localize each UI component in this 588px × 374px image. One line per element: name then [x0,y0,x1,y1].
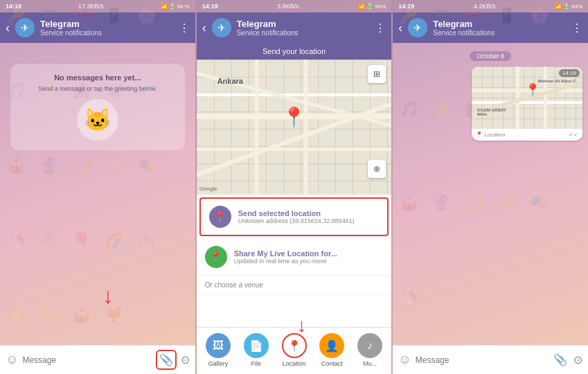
emoji-button-3[interactable]: ☺ [398,353,411,367]
map-compass-button[interactable]: ⊕ [368,160,386,178]
loc-title-1: Send selected location [238,209,355,217]
phone-panel-2: 14:19 3.8KB/s 📶 🔋 94% ‹ ✈ Telegram Servi… [195,0,392,374]
status-time-2: 14:19 [202,3,218,10]
phone-panel-1: 🔑🎮🎀📱 🌸🎵⭐🌺 🦋💎🎪🔮 🌙✨🎭🦄 🍭🎈🌈🎠 🌟💫🎪🦊 14:18 17.3… [0,0,195,374]
loc-sub-2: Updated in real time as you move [234,258,337,265]
app-name-1: Telegram [40,19,173,29]
red-arrow-1: ↓ [103,285,114,307]
contact-icon: 👤 [319,333,344,358]
input-bar-3: ☺ 📎 ⊙ [393,345,588,374]
location-options-list: 📍 Send selected location Unknown address… [197,195,392,327]
share-live-location-option[interactable]: 📍 Share My Live Location for... Updated … [197,239,392,276]
gallery-label: Gallery [208,360,229,367]
greeting-sticker: 🐱 [77,99,118,141]
app-name-2: Telegram [237,19,370,29]
phone-panel-3: 🔑🎮🎀📱 🌸🎵⭐🌺 🦋💎🎪🔮 🌙✨🎭🦄 14:19 4.2KB/s 📶 🔋 94… [391,0,588,374]
telegram-avatar-3: ✈ [408,18,427,37]
music-label: Mu... [363,360,377,367]
contact-label: Contact [321,360,343,367]
battery-icon-3: 🔋 [563,3,570,10]
menu-icon-1[interactable]: ⋮ [179,21,190,35]
map-message-time: ✓✓ [569,132,578,138]
top-bar-title-3: Telegram Service notifications [433,19,566,37]
camera-button-1[interactable]: ⊙ [181,353,190,366]
red-arrow-2: ↓ [297,314,307,337]
input-bar-1: ☺ 📎 ⊙ [0,345,195,374]
venue-header: Or choose a venue [197,276,392,295]
msg-time-badge: 14:19 [559,69,580,77]
map-message-pin: 📍 [525,82,540,98]
location-info-1: Send selected location Unknown address (… [238,209,355,224]
map-layers-button[interactable]: ⊞ [368,65,386,83]
status-bar-3: 14:19 4.2KB/s 📶 🔋 94% [393,0,588,12]
location-icon: 📍 [282,333,307,358]
chat-message-area: October 6 Mehmet Ali Altun C. KAZIM ORBA… [393,43,588,345]
location-label: Location [282,360,305,367]
loc-title-2: Share My Live Location for... [234,249,337,258]
location-pin-icon-2: 📍 [205,246,227,268]
menu-icon-2[interactable]: ⋮ [375,21,386,35]
date-badge: October 6 [398,48,582,61]
music-icon: ♪ [357,333,382,358]
file-icon: 📄 [244,333,269,358]
map-message-map: Mehmet Ali Altun C. KAZIM ORBAYMAH. 📍 14… [472,66,582,129]
battery-icon-2: 🔋 [366,3,373,10]
status-speed-1: 17.3KB/s [78,3,104,10]
map-message-bubble[interactable]: Mehmet Ali Altun C. KAZIM ORBAYMAH. 📍 14… [472,66,582,141]
date-badge-text: October 6 [470,51,511,61]
status-time-3: 14:19 [398,3,414,10]
send-location-header: Send your location [197,43,392,60]
battery-icon-1: 🔋 [169,3,176,10]
status-icons-2: 📶 🔋 94% [358,3,386,10]
sub-name-3: Service notifications [433,29,566,37]
emoji-button-1[interactable]: ☺ [6,353,18,367]
map-message-type: 📍 Location [476,132,505,138]
status-bar-2: 14:19 3.8KB/s 📶 🔋 94% [197,0,392,12]
location-pin-icon-1: 📍 [209,206,231,228]
top-bar-2: ‹ ✈ Telegram Service notifications ⋮ [197,12,392,43]
sub-name-2: Service notifications [237,29,370,37]
telegram-avatar-2: ✈ [212,18,231,37]
top-bar-title-1: Telegram Service notifications [40,19,173,37]
gallery-icon: 🖼 [206,333,231,358]
menu-icon-3[interactable]: ⋮ [571,21,582,35]
message-input-1[interactable] [22,355,151,365]
attach-button-3[interactable]: 📎 [551,351,569,368]
send-location-label: Send your location [262,47,326,55]
send-selected-location-option[interactable]: 📍 Send selected location Unknown address… [199,197,389,236]
camera-button-3[interactable]: ⊙ [573,353,582,366]
action-gallery[interactable]: 🖼 Gallery [204,333,232,367]
action-file[interactable]: 📄 File [242,333,270,367]
signal-icon-3: 📶 [555,3,562,10]
message-input-3[interactable] [416,355,547,365]
sub-name-1: Service notifications [40,29,173,37]
status-icons-3: 📶 🔋 94% [555,3,582,10]
telegram-avatar-1: ✈ [15,18,35,37]
back-button-1[interactable]: ‹ [6,21,10,34]
app-name-3: Telegram [433,19,566,29]
map-message-footer: 📍 Location ✓✓ [472,129,582,141]
map-background: Ankara 📍 ⊞ ⊕ Google [197,60,392,195]
signal-icon-2: 📶 [358,3,365,10]
action-contact[interactable]: 👤 Contact [318,333,346,367]
attach-button-1[interactable]: 📎 [156,350,177,370]
google-label: Google [199,186,217,192]
back-button-3[interactable]: ‹ [398,21,402,34]
file-label: File [251,360,262,367]
top-bar-3: ‹ ✈ Telegram Service notifications ⋮ [393,12,588,43]
action-music[interactable]: ♪ Mu... [356,333,384,367]
map-controls[interactable]: ⊞ [368,65,386,83]
action-location[interactable]: 📍 Location [280,333,308,367]
location-info-2: Share My Live Location for... Updated in… [234,249,337,265]
map-pin: 📍 [282,108,306,127]
map-city-label: Ankara [217,77,243,85]
map-label-street: Mehmet Ali Altun C. [538,79,577,83]
back-button-2[interactable]: ‹ [202,21,206,34]
map-label-district: KAZIM ORBAYMAH. [477,108,506,116]
status-speed-3: 4.2KB/s [474,3,496,10]
loc-sub-1: Unknown address (39.915624,32.889461) [238,217,355,224]
status-time-1: 14:18 [6,3,21,10]
status-bar-1: 14:18 17.3KB/s 📶 🔋 94% [0,0,195,12]
map-container[interactable]: Ankara 📍 ⊞ ⊕ Google [197,60,392,195]
signal-icon-1: 📶 [161,3,168,10]
